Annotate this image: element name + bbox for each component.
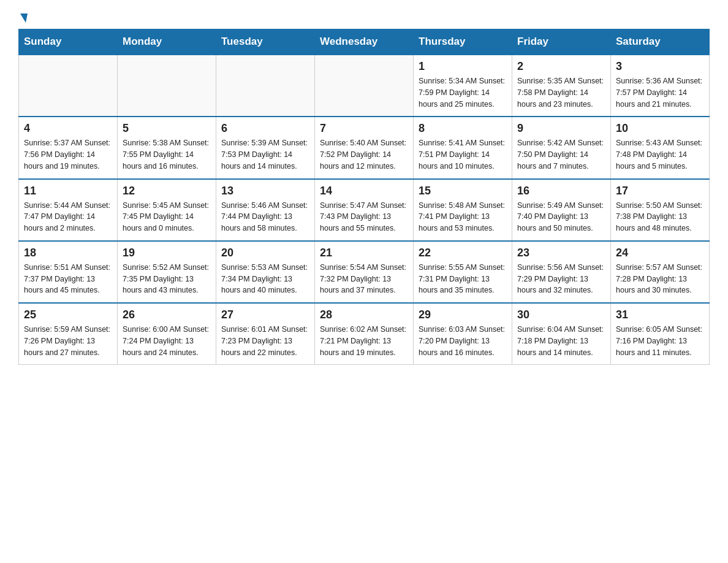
day-number: 6 (221, 122, 309, 135)
calendar-cell: 10Sunrise: 5:43 AM Sunset: 7:48 PM Dayli… (611, 117, 710, 178)
day-number: 17 (616, 185, 704, 197)
day-info: Sunrise: 5:52 AM Sunset: 7:35 PM Dayligh… (123, 262, 211, 296)
day-number: 20 (221, 247, 309, 259)
calendar-cell: 21Sunrise: 5:54 AM Sunset: 7:32 PM Dayli… (315, 241, 414, 303)
day-info: Sunrise: 5:43 AM Sunset: 7:48 PM Dayligh… (616, 137, 704, 172)
calendar-cell: 4Sunrise: 5:37 AM Sunset: 7:56 PM Daylig… (19, 117, 118, 178)
day-info: Sunrise: 6:02 AM Sunset: 7:21 PM Dayligh… (320, 324, 408, 358)
day-info: Sunrise: 5:41 AM Sunset: 7:51 PM Dayligh… (419, 137, 507, 172)
day-of-week-header: Saturday (611, 29, 710, 55)
calendar-cell: 20Sunrise: 5:53 AM Sunset: 7:34 PM Dayli… (216, 241, 315, 303)
day-of-week-header: Monday (118, 29, 216, 55)
day-info: Sunrise: 5:35 AM Sunset: 7:58 PM Dayligh… (517, 75, 605, 110)
day-number: 19 (123, 247, 211, 259)
day-info: Sunrise: 6:05 AM Sunset: 7:16 PM Dayligh… (616, 324, 704, 358)
day-info: Sunrise: 5:50 AM Sunset: 7:38 PM Dayligh… (616, 200, 704, 234)
day-number: 4 (24, 122, 112, 135)
calendar-cell: 25Sunrise: 5:59 AM Sunset: 7:26 PM Dayli… (19, 303, 118, 365)
day-info: Sunrise: 6:00 AM Sunset: 7:24 PM Dayligh… (123, 324, 211, 358)
day-info: Sunrise: 5:37 AM Sunset: 7:56 PM Dayligh… (24, 137, 112, 172)
calendar-cell: 8Sunrise: 5:41 AM Sunset: 7:51 PM Daylig… (414, 117, 512, 178)
calendar-cell: 13Sunrise: 5:46 AM Sunset: 7:44 PM Dayli… (216, 179, 315, 241)
day-info: Sunrise: 5:51 AM Sunset: 7:37 PM Dayligh… (24, 262, 112, 296)
day-number: 16 (517, 185, 605, 197)
day-number: 2 (517, 60, 605, 73)
calendar-cell: 3Sunrise: 5:36 AM Sunset: 7:57 PM Daylig… (611, 55, 710, 117)
calendar-cell (216, 55, 315, 117)
day-info: Sunrise: 6:03 AM Sunset: 7:20 PM Dayligh… (419, 324, 507, 358)
day-info: Sunrise: 5:55 AM Sunset: 7:31 PM Dayligh… (419, 262, 507, 296)
day-info: Sunrise: 5:53 AM Sunset: 7:34 PM Dayligh… (221, 262, 309, 296)
day-number: 30 (517, 308, 605, 321)
day-number: 22 (419, 247, 507, 259)
day-info: Sunrise: 5:46 AM Sunset: 7:44 PM Dayligh… (221, 200, 309, 234)
calendar-cell: 1Sunrise: 5:34 AM Sunset: 7:59 PM Daylig… (414, 55, 512, 117)
calendar-cell: 5Sunrise: 5:38 AM Sunset: 7:55 PM Daylig… (118, 117, 216, 178)
day-number: 15 (419, 185, 507, 197)
day-number: 11 (24, 185, 112, 197)
calendar-week-row: 4Sunrise: 5:37 AM Sunset: 7:56 PM Daylig… (19, 117, 710, 178)
day-info: Sunrise: 6:01 AM Sunset: 7:23 PM Dayligh… (221, 324, 309, 358)
calendar-cell: 9Sunrise: 5:42 AM Sunset: 7:50 PM Daylig… (512, 117, 611, 178)
day-of-week-header: Thursday (414, 29, 512, 55)
day-info: Sunrise: 5:49 AM Sunset: 7:40 PM Dayligh… (517, 200, 605, 234)
day-of-week-header: Tuesday (216, 29, 315, 55)
day-info: Sunrise: 5:40 AM Sunset: 7:52 PM Dayligh… (320, 137, 408, 172)
day-number: 3 (616, 60, 704, 73)
calendar-cell: 6Sunrise: 5:39 AM Sunset: 7:53 PM Daylig… (216, 117, 315, 178)
calendar-cell: 15Sunrise: 5:48 AM Sunset: 7:41 PM Dayli… (414, 179, 512, 241)
calendar-cell: 12Sunrise: 5:45 AM Sunset: 7:45 PM Dayli… (118, 179, 216, 241)
calendar-cell: 29Sunrise: 6:03 AM Sunset: 7:20 PM Dayli… (414, 303, 512, 365)
logo (18, 12, 29, 23)
day-number: 27 (221, 308, 309, 321)
calendar-cell: 11Sunrise: 5:44 AM Sunset: 7:47 PM Dayli… (19, 179, 118, 241)
calendar-cell (315, 55, 414, 117)
calendar-cell: 2Sunrise: 5:35 AM Sunset: 7:58 PM Daylig… (512, 55, 611, 117)
day-info: Sunrise: 5:47 AM Sunset: 7:43 PM Dayligh… (320, 200, 408, 234)
calendar-week-row: 25Sunrise: 5:59 AM Sunset: 7:26 PM Dayli… (19, 303, 710, 365)
day-info: Sunrise: 5:36 AM Sunset: 7:57 PM Dayligh… (616, 75, 704, 110)
day-number: 10 (616, 122, 704, 135)
logo-triangle-icon (20, 13, 28, 23)
calendar-cell: 23Sunrise: 5:56 AM Sunset: 7:29 PM Dayli… (512, 241, 611, 303)
day-number: 25 (24, 308, 112, 321)
calendar-table: SundayMondayTuesdayWednesdayThursdayFrid… (18, 29, 710, 365)
calendar-cell: 26Sunrise: 6:00 AM Sunset: 7:24 PM Dayli… (118, 303, 216, 365)
day-number: 7 (320, 122, 408, 135)
calendar-cell: 16Sunrise: 5:49 AM Sunset: 7:40 PM Dayli… (512, 179, 611, 241)
day-number: 8 (419, 122, 507, 135)
day-number: 31 (616, 308, 704, 321)
day-info: Sunrise: 5:48 AM Sunset: 7:41 PM Dayligh… (419, 200, 507, 234)
day-number: 26 (123, 308, 211, 321)
calendar-cell: 17Sunrise: 5:50 AM Sunset: 7:38 PM Dayli… (611, 179, 710, 241)
day-of-week-header: Friday (512, 29, 611, 55)
day-info: Sunrise: 6:04 AM Sunset: 7:18 PM Dayligh… (517, 324, 605, 358)
calendar-week-row: 18Sunrise: 5:51 AM Sunset: 7:37 PM Dayli… (19, 241, 710, 303)
calendar-cell (19, 55, 118, 117)
day-number: 28 (320, 308, 408, 321)
day-number: 9 (517, 122, 605, 135)
page-header (18, 12, 710, 23)
calendar-cell (118, 55, 216, 117)
calendar-cell: 7Sunrise: 5:40 AM Sunset: 7:52 PM Daylig… (315, 117, 414, 178)
day-number: 23 (517, 247, 605, 259)
day-info: Sunrise: 5:54 AM Sunset: 7:32 PM Dayligh… (320, 262, 408, 296)
day-number: 5 (123, 122, 211, 135)
calendar-cell: 22Sunrise: 5:55 AM Sunset: 7:31 PM Dayli… (414, 241, 512, 303)
day-number: 14 (320, 185, 408, 197)
day-info: Sunrise: 5:34 AM Sunset: 7:59 PM Dayligh… (419, 75, 507, 110)
day-number: 1 (419, 60, 507, 73)
day-info: Sunrise: 5:57 AM Sunset: 7:28 PM Dayligh… (616, 262, 704, 296)
day-info: Sunrise: 5:59 AM Sunset: 7:26 PM Dayligh… (24, 324, 112, 358)
day-info: Sunrise: 5:44 AM Sunset: 7:47 PM Dayligh… (24, 200, 112, 234)
day-info: Sunrise: 5:56 AM Sunset: 7:29 PM Dayligh… (517, 262, 605, 296)
calendar-cell: 19Sunrise: 5:52 AM Sunset: 7:35 PM Dayli… (118, 241, 216, 303)
calendar-cell: 30Sunrise: 6:04 AM Sunset: 7:18 PM Dayli… (512, 303, 611, 365)
day-of-week-header: Wednesday (315, 29, 414, 55)
day-number: 13 (221, 185, 309, 197)
calendar-cell: 27Sunrise: 6:01 AM Sunset: 7:23 PM Dayli… (216, 303, 315, 365)
day-number: 18 (24, 247, 112, 259)
calendar-cell: 31Sunrise: 6:05 AM Sunset: 7:16 PM Dayli… (611, 303, 710, 365)
day-number: 24 (616, 247, 704, 259)
calendar-week-row: 11Sunrise: 5:44 AM Sunset: 7:47 PM Dayli… (19, 179, 710, 241)
